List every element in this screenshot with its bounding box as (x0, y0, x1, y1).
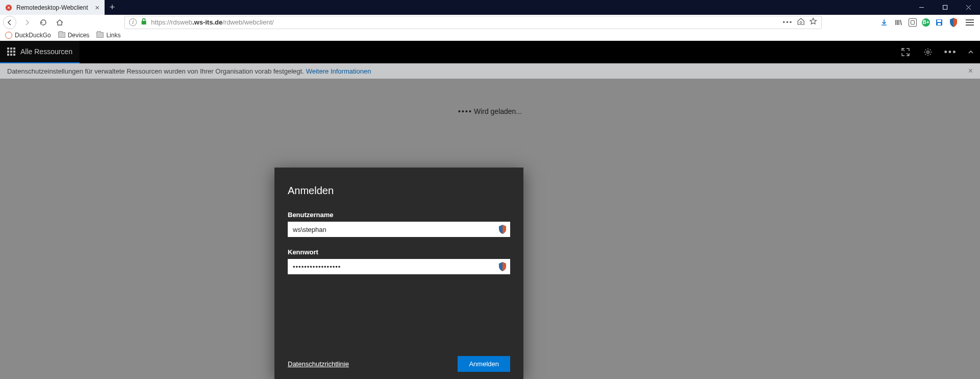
banner-text: Datenschutzeinstellungen für verwaltete … (7, 67, 304, 75)
bookmark-devices[interactable]: Devices (58, 32, 90, 39)
loading-text: Wird geladen... (474, 107, 522, 115)
extension-keepass-icon[interactable] (948, 17, 959, 28)
username-label: Benutzername (288, 211, 510, 219)
tab-favicon (5, 4, 12, 11)
sidebar-toggle-icon[interactable] (908, 17, 918, 28)
url-bar[interactable]: i https://rdsweb.ws-its.de/rdweb/webclie… (124, 16, 822, 29)
banner-close-icon[interactable]: × (968, 66, 973, 76)
svg-rect-2 (943, 5, 947, 9)
apps-grid-icon (7, 48, 15, 56)
password-label: Kennwort (288, 248, 510, 256)
password-manager-icon[interactable] (499, 262, 507, 271)
nav-forward-button[interactable] (19, 15, 35, 30)
svg-rect-7 (938, 23, 941, 25)
tab-title: Remotedesktop-Webclient (16, 4, 88, 11)
app-header: Alle Ressourcen ••• (0, 41, 980, 63)
svg-point-8 (927, 51, 929, 54)
library-icon[interactable] (893, 17, 903, 28)
sign-in-button[interactable]: Anmelden (458, 356, 510, 372)
browser-menu-button[interactable] (963, 19, 977, 26)
collapse-header-button[interactable] (962, 41, 980, 63)
browser-titlebar: Remotedesktop-Webclient × + (0, 0, 980, 15)
site-info-icon[interactable]: i (129, 18, 137, 26)
browser-navbar: i https://rdsweb.ws-its.de/rdweb/webclie… (0, 15, 980, 30)
privacy-policy-link[interactable]: Datenschutzrichtlinie (288, 360, 349, 368)
svg-rect-6 (937, 20, 941, 22)
tab-close-icon[interactable]: × (95, 3, 99, 12)
fullscreen-button[interactable] (894, 41, 917, 63)
nav-home-button[interactable] (52, 15, 67, 30)
folder-icon (96, 32, 104, 38)
svg-rect-1 (943, 6, 947, 10)
nav-back-button[interactable] (3, 16, 16, 29)
reader-mode-icon[interactable] (797, 17, 805, 27)
toolbar-tools: B+ (879, 17, 962, 28)
svg-rect-3 (142, 21, 146, 25)
app-tab-all-resources[interactable]: Alle Ressourcen (0, 41, 80, 63)
password-manager-icon[interactable] (499, 225, 507, 234)
lock-icon (141, 18, 147, 27)
password-input[interactable] (288, 259, 510, 274)
save-icon[interactable] (934, 17, 944, 28)
bookmark-star-icon[interactable] (809, 17, 817, 27)
url-text: https://rdsweb.ws-its.de/rdweb/webclient… (151, 18, 274, 26)
duckduckgo-icon (5, 32, 12, 39)
window-maximize-button[interactable] (933, 0, 957, 15)
page-actions-icon[interactable]: ••• (783, 18, 793, 26)
privacy-info-banner: Datenschutzeinstellungen für verwaltete … (0, 63, 980, 79)
bookmark-duckduckgo[interactable]: DuckDuckGo (5, 32, 51, 39)
extension-badge-icon[interactable]: B+ (922, 18, 930, 27)
new-tab-button[interactable]: + (105, 0, 120, 15)
username-input[interactable] (288, 222, 510, 237)
app-tab-label: Alle Ressourcen (20, 48, 72, 56)
loading-indicator: Wird geladen... (458, 107, 522, 115)
bookmarks-bar: DuckDuckGo Devices Links (0, 30, 980, 41)
browser-tab[interactable]: Remotedesktop-Webclient × (0, 0, 105, 15)
bookmark-links[interactable]: Links (96, 32, 120, 39)
settings-button[interactable] (917, 41, 939, 63)
nav-reload-button[interactable] (36, 15, 51, 30)
banner-link[interactable]: Weitere Informationen (306, 67, 371, 75)
window-close-button[interactable] (957, 0, 980, 15)
login-title: Anmelden (288, 185, 510, 197)
more-button[interactable]: ••• (939, 41, 962, 63)
login-dialog: Anmelden Benutzername Kennwort Datenschu… (274, 168, 523, 379)
downloads-icon[interactable] (879, 17, 889, 28)
svg-point-4 (800, 21, 802, 23)
window-minimize-button[interactable] (910, 0, 933, 15)
folder-icon (58, 32, 65, 38)
